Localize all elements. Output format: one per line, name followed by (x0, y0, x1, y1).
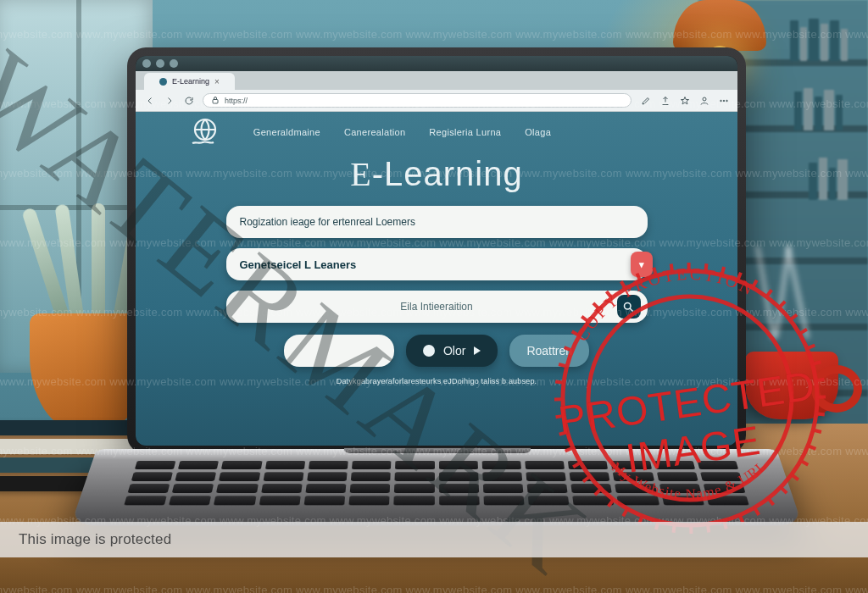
nav-link[interactable]: Generaldmaine (253, 127, 320, 137)
brand-logo-icon[interactable] (184, 111, 226, 153)
browser-toolbar: https:// (136, 90, 737, 112)
search-field[interactable]: Eila Intieeraition (226, 291, 648, 323)
laptop-base (70, 449, 803, 525)
button-label: Roattren (526, 344, 572, 357)
svg-point-2 (720, 100, 721, 102)
field-placeholder: Eila Intieeraition (400, 301, 472, 313)
button-row: Olor Roattren (226, 335, 648, 367)
svg-point-6 (625, 302, 632, 309)
svg-point-3 (723, 100, 725, 102)
svg-point-1 (703, 97, 706, 101)
browser-tabbar: E-Learning × (136, 71, 737, 90)
fine-print: Datykgabrayeraforlaresteurks eJDoihigo t… (337, 377, 537, 385)
browser-tab[interactable]: E-Learning × (144, 73, 235, 90)
record-icon (423, 345, 435, 357)
nav-link[interactable]: Canerealation (344, 127, 405, 137)
protection-bar-text: This image is protected (19, 531, 171, 548)
nav-link[interactable]: Regisleria Lurna (429, 127, 501, 137)
menu-icon[interactable] (718, 95, 729, 106)
register-button[interactable]: Roattren (509, 335, 589, 367)
coffee-steam (758, 246, 809, 347)
field-registration[interactable]: Rogization ieage for ertenreal Loemers (226, 206, 648, 238)
shelf-books (809, 158, 849, 203)
svg-rect-0 (213, 99, 218, 103)
site-nav: Generaldmaine Canerealation Regisleria L… (184, 112, 689, 152)
dropdown-arrow-icon[interactable]: ▾ (631, 252, 653, 277)
tab-label: E-Learning (172, 77, 209, 86)
keyboard (123, 461, 750, 508)
shelf-books (790, 19, 849, 64)
protection-bar: This image is protected (0, 522, 868, 557)
laptop-lid: E-Learning × https:// (127, 47, 746, 454)
page-title: E-Learning (350, 154, 522, 194)
nav-back-icon[interactable] (144, 95, 155, 106)
window-button[interactable] (170, 59, 178, 68)
play-icon (474, 346, 481, 355)
laptop: E-Learning × https:// (127, 47, 746, 556)
share-icon[interactable] (659, 95, 670, 106)
shelf-books (794, 88, 844, 134)
laptop-hinge (344, 448, 531, 453)
button-label: Olor (443, 344, 465, 357)
window-titlebar (136, 56, 737, 71)
star-icon[interactable] (679, 95, 690, 106)
reload-icon[interactable] (183, 95, 194, 106)
registration-form: Rogization ieage for ertenreal Loemers G… (226, 206, 648, 367)
window-button[interactable] (142, 59, 151, 68)
webpage: Generaldmaine Canerealation Regisleria L… (136, 112, 737, 446)
tab-favicon (159, 78, 167, 86)
close-icon[interactable]: × (214, 77, 220, 86)
field-label: Genetseicel L Leaners (240, 258, 357, 271)
field-label: Rogization ieage for ertenreal Loemers (240, 216, 415, 228)
address-bar[interactable]: https:// (203, 93, 632, 108)
play-button[interactable]: Olor (406, 335, 498, 367)
laptop-screen: E-Learning × https:// (136, 56, 737, 446)
window-button[interactable] (156, 59, 164, 68)
field-learners[interactable]: Genetseicel L Leaners ▾ (226, 248, 648, 280)
empty-slot[interactable] (284, 335, 394, 367)
coffee-cup (745, 352, 838, 419)
nav-link[interactable]: Olaga (525, 127, 551, 137)
nav-forward-icon[interactable] (164, 95, 175, 106)
address-text: https:// (225, 97, 248, 105)
scene-root: E-Learning × https:// (0, 0, 868, 593)
search-icon[interactable] (617, 295, 641, 319)
lock-icon (210, 95, 220, 107)
edit-icon[interactable] (640, 95, 651, 106)
profile-icon[interactable] (698, 95, 709, 106)
svg-point-4 (726, 100, 727, 102)
